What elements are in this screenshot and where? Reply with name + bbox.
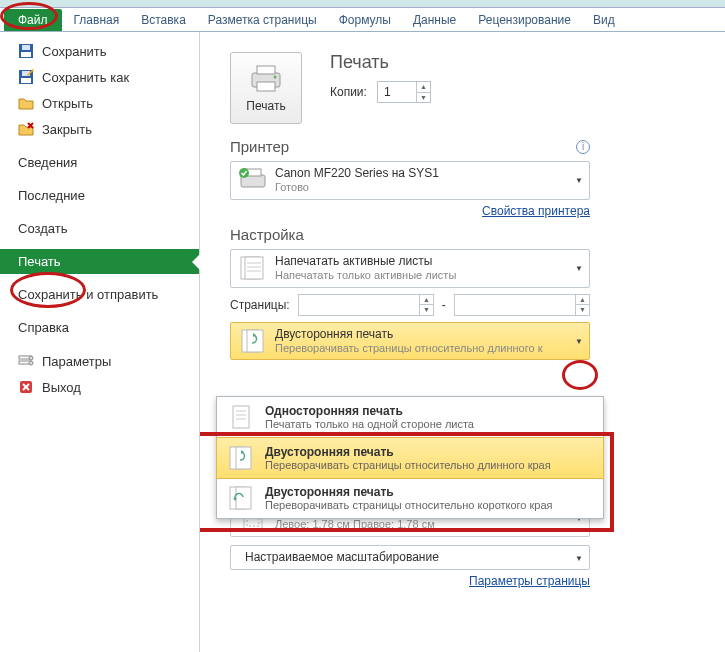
svg-rect-18 bbox=[257, 82, 275, 91]
title-bar bbox=[0, 0, 725, 8]
option-subtitle: Переворачивать страницы относительно кор… bbox=[265, 499, 553, 511]
svg-rect-17 bbox=[257, 66, 275, 74]
sheets-title: Напечатать активные листы bbox=[275, 254, 569, 269]
duplex-option-long-edge[interactable]: Двусторонняя печать Переворачивать стран… bbox=[216, 437, 604, 479]
sheets-subtitle: Напечатать только активные листы bbox=[275, 269, 569, 283]
sidebar-item-info[interactable]: Сведения bbox=[0, 150, 199, 175]
sidebar-item-exit[interactable]: Выход bbox=[0, 374, 199, 400]
duplex-short-icon bbox=[227, 484, 255, 512]
chevron-down-icon: ▼ bbox=[575, 176, 583, 185]
sidebar-item-recent[interactable]: Последние bbox=[0, 183, 199, 208]
sidebar-item-share[interactable]: Сохранить и отправить bbox=[0, 282, 199, 307]
duplex-icon bbox=[237, 327, 269, 355]
copies-spinner[interactable]: ▲▼ bbox=[416, 82, 430, 102]
sidebar-item-label: Последние bbox=[18, 188, 85, 203]
sidebar-item-save[interactable]: Сохранить bbox=[0, 38, 199, 64]
sidebar-item-close[interactable]: Закрыть bbox=[0, 116, 199, 142]
up-arrow-icon[interactable]: ▲ bbox=[416, 82, 430, 93]
pages-from-spinner[interactable]: ▲▼ bbox=[419, 295, 433, 315]
settings-heading: Настройка bbox=[230, 226, 695, 243]
chevron-down-icon: ▼ bbox=[575, 336, 583, 345]
info-icon[interactable]: i bbox=[576, 140, 590, 154]
down-arrow-icon[interactable]: ▼ bbox=[416, 93, 430, 103]
printer-status: Готово bbox=[275, 181, 569, 195]
duplex-dropdown-panel: Односторонняя печать Печатать только на … bbox=[216, 396, 604, 519]
svg-point-12 bbox=[29, 361, 33, 365]
tab-home[interactable]: Главная bbox=[64, 10, 130, 30]
sidebar-item-save-as[interactable]: Сохранить как bbox=[0, 64, 199, 90]
chevron-down-icon: ▼ bbox=[575, 264, 583, 273]
tab-insert[interactable]: Вставка bbox=[131, 10, 196, 30]
up-arrow-icon[interactable]: ▲ bbox=[575, 295, 589, 306]
sidebar-item-help[interactable]: Справка bbox=[0, 315, 199, 340]
printer-icon bbox=[248, 63, 284, 93]
sidebar-item-label: Открыть bbox=[42, 96, 93, 111]
backstage: Сохранить Сохранить как Открыть Закрыть … bbox=[0, 32, 725, 652]
scaling-title: Настраиваемое масштабирование bbox=[245, 550, 569, 565]
duplex-option-short-edge[interactable]: Двусторонняя печать Переворачивать стран… bbox=[217, 478, 603, 518]
down-arrow-icon[interactable]: ▼ bbox=[575, 305, 589, 315]
sidebar-item-label: Сохранить bbox=[42, 44, 107, 59]
tab-file[interactable]: Файл bbox=[4, 9, 62, 31]
svg-rect-4 bbox=[21, 78, 31, 83]
margins-subtitle: Левое: 1,78 см Правое: 1,78 см bbox=[275, 518, 569, 532]
svg-rect-39 bbox=[236, 487, 251, 509]
pages-label: Страницы: bbox=[230, 298, 290, 312]
copies-input[interactable]: 1 ▲▼ bbox=[377, 81, 431, 103]
tab-data[interactable]: Данные bbox=[403, 10, 466, 30]
pages-to-input[interactable]: ▲▼ bbox=[454, 294, 590, 316]
pages-from-input[interactable]: ▲▼ bbox=[298, 294, 434, 316]
option-title: Односторонняя печать bbox=[265, 404, 474, 418]
sidebar-item-print[interactable]: Печать bbox=[0, 249, 199, 274]
print-title: Печать bbox=[330, 52, 431, 73]
duplex-long-icon bbox=[227, 444, 255, 472]
exit-icon bbox=[18, 379, 34, 395]
sheets-icon bbox=[237, 254, 269, 282]
svg-point-19 bbox=[274, 76, 277, 79]
close-icon bbox=[18, 121, 34, 137]
svg-rect-1 bbox=[21, 52, 31, 57]
pages-to-spinner[interactable]: ▲▼ bbox=[575, 295, 589, 315]
copies-label: Копии: bbox=[330, 85, 367, 99]
tab-formulas[interactable]: Формулы bbox=[329, 10, 401, 30]
printer-heading: Принтер bbox=[230, 138, 289, 155]
save-as-icon bbox=[18, 69, 34, 85]
printer-properties-link[interactable]: Свойства принтера bbox=[482, 204, 590, 218]
sidebar-item-label: Справка bbox=[18, 320, 69, 335]
printer-status-icon bbox=[237, 166, 269, 194]
sidebar-item-options[interactable]: Параметры bbox=[0, 348, 199, 374]
print-button[interactable]: Печать bbox=[230, 52, 302, 124]
duplex-dropdown[interactable]: Двусторонняя печать Переворачивать стран… bbox=[230, 322, 590, 361]
duplex-subtitle: Переворачивать страницы относительно дли… bbox=[275, 342, 569, 356]
svg-rect-29 bbox=[247, 330, 263, 352]
open-icon bbox=[18, 95, 34, 111]
scaling-dropdown[interactable]: Настраиваемое масштабирование ▼ bbox=[230, 545, 590, 570]
svg-rect-24 bbox=[245, 257, 263, 279]
page-setup-link[interactable]: Параметры страницы bbox=[469, 574, 590, 588]
down-arrow-icon[interactable]: ▼ bbox=[419, 305, 433, 315]
sidebar-item-open[interactable]: Открыть bbox=[0, 90, 199, 116]
printer-name: Canon MF220 Series на SYS1 bbox=[275, 166, 569, 181]
pages-separator: - bbox=[442, 298, 446, 312]
sidebar-item-label: Создать bbox=[18, 221, 67, 236]
option-title: Двусторонняя печать bbox=[265, 485, 553, 499]
svg-point-11 bbox=[29, 356, 33, 360]
sidebar-item-new[interactable]: Создать bbox=[0, 216, 199, 241]
option-subtitle: Печатать только на одной стороне листа bbox=[265, 418, 474, 430]
printer-dropdown[interactable]: Canon MF220 Series на SYS1 Готово ▼ bbox=[230, 161, 590, 200]
options-icon bbox=[18, 353, 34, 369]
tab-page-layout[interactable]: Разметка страницы bbox=[198, 10, 327, 30]
simplex-icon bbox=[227, 403, 255, 431]
tab-view[interactable]: Вид bbox=[583, 10, 625, 30]
duplex-title: Двусторонняя печать bbox=[275, 327, 569, 342]
save-icon bbox=[18, 43, 34, 59]
svg-rect-2 bbox=[22, 45, 30, 50]
up-arrow-icon[interactable]: ▲ bbox=[419, 295, 433, 306]
tab-review[interactable]: Рецензирование bbox=[468, 10, 581, 30]
sheets-dropdown[interactable]: Напечатать активные листы Напечатать тол… bbox=[230, 249, 590, 288]
duplex-option-simplex[interactable]: Односторонняя печать Печатать только на … bbox=[217, 397, 603, 438]
sidebar-item-label: Выход bbox=[42, 380, 81, 395]
sidebar-item-label: Сведения bbox=[18, 155, 77, 170]
sidebar-item-label: Сохранить и отправить bbox=[18, 287, 158, 302]
option-title: Двусторонняя печать bbox=[265, 445, 551, 459]
